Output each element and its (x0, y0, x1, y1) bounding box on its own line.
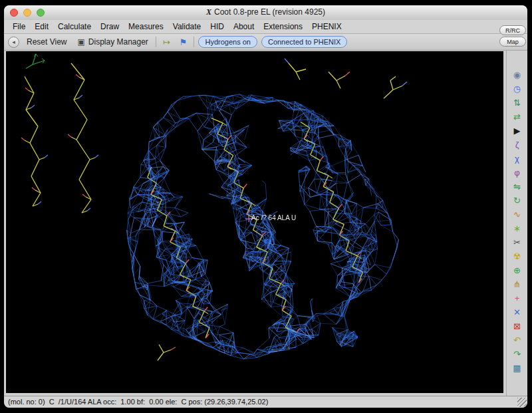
map-button[interactable]: Map (499, 37, 526, 47)
rotate-translate-zone-icon[interactable]: ⇄ (509, 110, 526, 124)
add-alt-conf-icon[interactable]: ⋔ (509, 277, 526, 291)
toolbar-separator (156, 37, 156, 47)
auto-fit-rotamer-icon[interactable]: ▶ (509, 124, 526, 138)
reset-view-button[interactable]: Reset View (23, 36, 70, 48)
flip-peptide-icon[interactable]: ⇋ (509, 180, 526, 194)
menu-about[interactable]: About (229, 21, 259, 33)
display-manager-icon: ▣ (77, 37, 84, 47)
resize-grip[interactable] (517, 398, 527, 407)
coot-window: XCoot 0.8-pre EL (revision 4925) FileEdi… (4, 5, 527, 408)
delete-item-icon[interactable]: ⊠ (509, 319, 526, 333)
clear-pending-picks-icon[interactable]: ✕ (509, 305, 526, 319)
menu-validate[interactable]: Validate (168, 21, 205, 33)
menu-file[interactable]: File (8, 21, 30, 33)
molecule-viewport-canvas[interactable] (6, 51, 503, 393)
status-bar: (mol. no: 0) C /1/U/164 ALA occ: 1.00 bf… (4, 396, 527, 408)
edit-backbone-torsions-icon[interactable]: ∿ (509, 207, 526, 221)
regularize-zone-icon[interactable]: ◷ (509, 82, 526, 96)
zoom-button[interactable] (37, 9, 45, 17)
simple-mutate-icon[interactable]: ✂ (509, 235, 526, 249)
menu-extensions[interactable]: Extensions (259, 21, 307, 33)
x11-icon: X (206, 7, 211, 17)
rigid-body-fit-zone-icon[interactable]: ⇅ (509, 96, 526, 110)
display-manager-button[interactable]: ▣ Display Manager (74, 36, 151, 48)
torsion-general-icon[interactable]: φ (509, 166, 526, 180)
side-buttons: R/RC Map (499, 25, 526, 47)
mutate-and-auto-fit-icon[interactable]: ∗ (509, 221, 526, 235)
phenix-connection-button[interactable]: Connected to PHENIX (261, 36, 347, 48)
menu-edit[interactable]: Edit (30, 21, 53, 33)
place-atom-at-pointer-icon[interactable]: + (509, 291, 526, 305)
hydrogens-toggle-button[interactable]: Hydrogens on (198, 36, 257, 48)
add-terminal-residue-icon[interactable]: ⊕ (509, 263, 526, 277)
right-toolbar: ◉◷⇅⇄▶ζχφ⇋↻∿∗✂☢⊕⋔+✕⊠↶↷▦ (506, 51, 527, 396)
minimize-button[interactable] (23, 9, 31, 17)
edit-chi-angles-icon[interactable]: χ (509, 152, 526, 166)
menu-hid[interactable]: HID (205, 21, 229, 33)
traffic-lights (10, 9, 45, 17)
window-title-text: Coot 0.8-pre EL (revision 4925) (214, 7, 325, 17)
menu-draw[interactable]: Draw (96, 21, 124, 33)
real-space-refine-zone-icon[interactable]: ◉ (509, 68, 526, 82)
undo-icon[interactable]: ↶ (509, 333, 526, 347)
go-to-atom-icon[interactable]: ↦ (160, 37, 173, 48)
close-button[interactable] (10, 9, 18, 17)
menu-calculate[interactable]: Calculate (53, 21, 96, 33)
menu-measures[interactable]: Measures (124, 21, 168, 33)
rotamers-icon[interactable]: ζ (509, 138, 526, 152)
overflow-arrow-icon: ◂ (12, 39, 15, 45)
menubar: FileEditCalculateDrawMeasuresValidateHID… (4, 20, 527, 34)
display-images-icon[interactable]: ▦ (509, 361, 526, 375)
toolbar-separator (194, 37, 194, 47)
toolbar-overflow-button[interactable]: ◂ (8, 37, 19, 48)
main-toolbar: ◂ Reset View ▣ Display Manager ↦ ⚑ Hydro… (4, 34, 527, 51)
side-chain-180-flip-icon[interactable]: ↻ (509, 194, 526, 207)
title-bar[interactable]: XCoot 0.8-pre EL (revision 4925) (4, 5, 527, 21)
viewport-area: Ac /? 64 ALA U ◉◷⇅⇄▶ζχφ⇋↻∿∗✂☢⊕⋔+✕⊠↶↷▦ (4, 51, 527, 396)
menu-phenix[interactable]: PHENIX (307, 21, 346, 33)
redo-icon[interactable]: ↷ (509, 347, 526, 361)
rrc-button[interactable]: R/RC (499, 25, 526, 35)
go-to-ligand-icon[interactable]: ⚑ (177, 37, 190, 48)
run-refmac-icon[interactable]: ☢ (509, 249, 526, 263)
window-title: XCoot 0.8-pre EL (revision 4925) (4, 5, 527, 19)
display-manager-label: Display Manager (88, 37, 148, 47)
